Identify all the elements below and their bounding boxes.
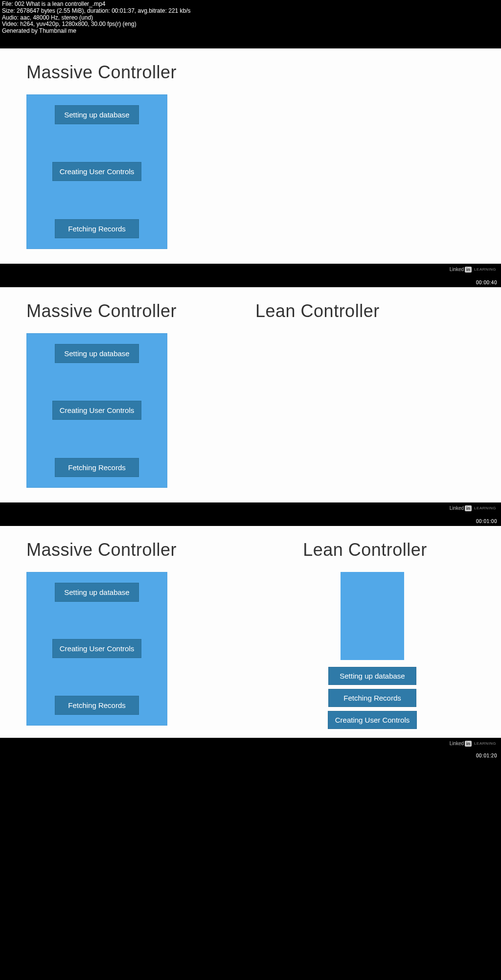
pill-create: Creating User Controls: [52, 401, 142, 420]
timestamp-3: 00:01:20: [476, 753, 497, 758]
brand-logo: Linked in LEARNING: [450, 741, 496, 747]
brand-logo: Linked in LEARNING: [450, 505, 496, 511]
massive-box-2: Setting up database Creating User Contro…: [26, 333, 167, 488]
footer-1: Linked in LEARNING 00:00:40: [0, 264, 501, 287]
slide2-title-lean: Lean Controller: [255, 301, 475, 321]
brand-name: Linked: [450, 267, 464, 272]
lean-box: [341, 572, 404, 660]
slide1-title-massive: Massive Controller: [26, 62, 250, 83]
brand-logo: Linked in LEARNING: [450, 267, 496, 273]
slide2-title-massive: Massive Controller: [26, 301, 250, 321]
pill-fetch: Fetching Records: [55, 696, 139, 715]
pill-fetch: Fetching Records: [55, 219, 139, 238]
timestamp-2: 00:01:00: [476, 519, 497, 524]
lean-pill-fetch: Fetching Records: [328, 689, 416, 707]
meta-gen: Generated by Thumbnail me: [2, 28, 499, 35]
lean-pill-create: Creating User Controls: [328, 711, 417, 729]
lean-stack: Setting up database Fetching Records Cre…: [318, 572, 427, 733]
brand-learning: LEARNING: [474, 506, 496, 510]
meta-video: Video: h264, yuv420p, 1280x800, 30.00 fp…: [2, 21, 499, 28]
meta-audio: Audio: aac, 48000 Hz, stereo (und): [2, 15, 499, 22]
meta-file: File: 002 What is a lean controller_.mp4: [2, 1, 499, 8]
linkedin-mark-icon: in: [465, 505, 472, 511]
massive-box: Setting up database Creating User Contro…: [26, 94, 167, 249]
pill-create: Creating User Controls: [52, 639, 142, 658]
brand-learning: LEARNING: [474, 267, 496, 272]
timestamp-1: 00:00:40: [476, 280, 497, 285]
slide-1: Massive Controller Setting up database C…: [0, 48, 501, 264]
pill-create: Creating User Controls: [52, 162, 142, 181]
pill-setup: Setting up database: [55, 105, 139, 124]
metadata-block: File: 002 What is a lean controller_.mp4…: [0, 0, 501, 48]
lean-pill-setup: Setting up database: [328, 667, 416, 685]
pill-fetch: Fetching Records: [55, 458, 139, 477]
footer-2: Linked in LEARNING 00:01:00: [0, 502, 501, 526]
brand-learning: LEARNING: [474, 741, 496, 746]
brand-name: Linked: [450, 505, 464, 511]
linkedin-mark-icon: in: [465, 741, 472, 747]
pill-setup: Setting up database: [55, 583, 139, 602]
slide-2: Massive Controller Setting up database C…: [0, 287, 501, 502]
linkedin-mark-icon: in: [465, 267, 472, 273]
brand-name: Linked: [450, 741, 464, 746]
slide3-title-massive: Massive Controller: [26, 540, 250, 560]
pill-setup: Setting up database: [55, 344, 139, 363]
meta-size: Size: 2678647 bytes (2.55 MiB), duration…: [2, 8, 499, 15]
slide-3: Massive Controller Setting up database C…: [0, 526, 501, 738]
footer-3: Linked in LEARNING 00:01:20: [0, 738, 501, 760]
slide3-title-lean: Lean Controller: [303, 540, 427, 560]
massive-box-3: Setting up database Creating User Contro…: [26, 572, 167, 726]
